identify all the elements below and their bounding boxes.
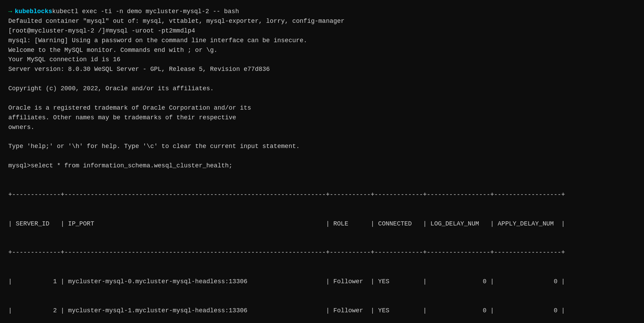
exec-command-text: kubectl exec -ti -n demo mycluster-mysql… (52, 7, 239, 17)
warning-line: mysql: [Warning] Using a password on the… (8, 36, 636, 46)
welcome-line: Welcome to the MySQL monitor. Commands e… (8, 46, 636, 55)
root-prompt: [root@mycluster-mysql-2 /]# (8, 26, 109, 36)
table-header: | SERVER_ID | IP_PORT | ROLE | CONNECTED… (8, 219, 636, 229)
query-result-table: +-------------+-------------------------… (8, 171, 636, 323)
mysql-prompt: mysql> (8, 161, 31, 171)
table-row-2: | 2 | mycluster-mysql-1.mycluster-mysql-… (8, 306, 636, 316)
table-separator-mid: +-------------+-------------------------… (8, 248, 636, 258)
blank-line-2 (8, 94, 636, 103)
table-row-1: | 1 | mycluster-mysql-0.mycluster-mysql-… (8, 277, 636, 287)
table-separator-top: +-------------+-------------------------… (8, 190, 636, 200)
exec-command-line: → kubeblocks kubectl exec -ti -n demo my… (8, 7, 636, 17)
kubeblocks-label: kubeblocks (15, 7, 52, 17)
blank-line-1 (8, 74, 636, 84)
help-line: Type 'help;' or '\h' for help. Type '\c'… (8, 142, 636, 151)
defaulted-line: Defaulted container "mysql" out of: mysq… (8, 17, 636, 26)
blank-line-3 (8, 132, 636, 142)
login-command: mysql -uroot -pt2mmdlp4 (109, 26, 195, 36)
mysql-query-text: select * from information_schema.wesql_c… (31, 161, 232, 171)
oracle-line-2: affiliates. Other names may be trademark… (8, 113, 636, 123)
oracle-line-3: owners. (8, 123, 636, 132)
blank-line-4 (8, 151, 636, 161)
oracle-line-1: Oracle is a registered trademark of Orac… (8, 103, 636, 113)
root-login-line: [root@mycluster-mysql-2 /]# mysql -uroot… (8, 26, 636, 36)
copyright-line: Copyright (c) 2000, 2022, Oracle and/or … (8, 84, 636, 94)
mysql-query-line: mysql> select * from information_schema.… (8, 161, 636, 171)
connection-id-line: Your MySQL connection id is 16 (8, 55, 636, 65)
server-version-line: Server version: 8.0.30 WeSQL Server - GP… (8, 65, 636, 74)
prompt-arrow: → (8, 7, 12, 17)
terminal-window: → kubeblocks kubectl exec -ti -n demo my… (8, 7, 636, 323)
